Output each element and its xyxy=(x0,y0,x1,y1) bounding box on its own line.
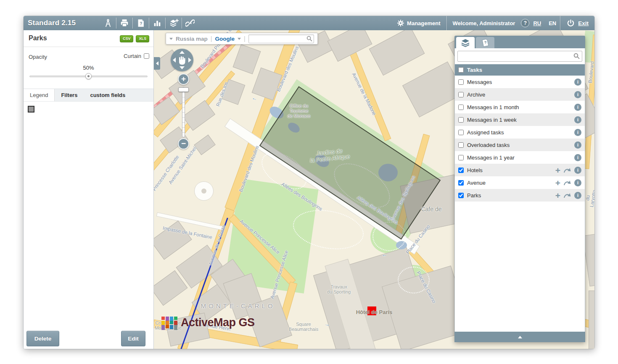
map-shape xyxy=(154,97,180,125)
tab-filters[interactable]: Filters xyxy=(55,89,84,101)
hotel-marker[interactable] xyxy=(367,306,376,315)
info-icon[interactable]: i xyxy=(574,91,581,98)
pan-up-icon[interactable] xyxy=(180,51,185,54)
top-toolbar: Standard 2.15 ? xyxy=(24,16,594,30)
info-icon[interactable]: i xyxy=(574,167,581,174)
task-checkbox[interactable] xyxy=(458,117,464,123)
question-doc-icon: ? xyxy=(481,39,490,47)
lang-ru[interactable]: RU xyxy=(529,20,545,26)
power-icon xyxy=(566,19,575,28)
add-layer-icon[interactable] xyxy=(166,16,182,30)
map-shape xyxy=(154,220,192,260)
opacity-slider-thumb[interactable] xyxy=(85,73,92,79)
task-checkbox[interactable] xyxy=(458,79,464,85)
zoom-out-button[interactable]: − xyxy=(178,138,189,149)
pan-right-icon[interactable] xyxy=(188,58,191,63)
task-label: Parks xyxy=(467,192,552,199)
measure-compass-icon[interactable] xyxy=(100,16,116,30)
edit-button[interactable]: Edit xyxy=(121,331,145,346)
info-icon[interactable]: i xyxy=(574,154,581,161)
activemap-logo: ActiveMap GS xyxy=(161,314,255,331)
map-shape xyxy=(589,291,594,349)
info-icon[interactable]: i xyxy=(574,141,581,149)
map-shape xyxy=(194,135,216,155)
task-label: Messages xyxy=(467,79,571,85)
add-object-icon[interactable]: + xyxy=(555,167,560,174)
map-label: Avenue Saint-Michel xyxy=(168,146,197,185)
pan-left-icon[interactable] xyxy=(173,58,176,63)
right-panel-body: Tasks Messages i Archive i Messages in 1… xyxy=(454,48,585,332)
layers-search-input[interactable] xyxy=(457,51,582,62)
task-label: Messages in 1 week xyxy=(467,117,571,123)
collapse-panel-button[interactable] xyxy=(454,332,585,342)
hand-icon xyxy=(177,55,187,65)
help-button[interactable]: ? xyxy=(521,19,529,27)
export-csv-button[interactable]: CSV xyxy=(120,35,134,42)
task-checkbox[interactable] xyxy=(458,142,464,148)
management-button[interactable]: Management xyxy=(391,20,446,26)
task-checkbox[interactable] xyxy=(458,105,464,110)
panel-empty-area xyxy=(455,202,585,332)
zoom-slider-handle[interactable] xyxy=(178,87,189,92)
task-checkbox[interactable] xyxy=(458,155,464,160)
map-search-input[interactable] xyxy=(248,34,314,43)
tab-custom-fields[interactable]: custom fields xyxy=(84,89,132,101)
add-object-icon[interactable]: + xyxy=(555,179,560,186)
map-label: ← xyxy=(251,94,258,102)
pan-down-icon[interactable] xyxy=(180,66,185,69)
task-row: Hotels + i xyxy=(455,164,585,176)
basemap-dropdown-icon[interactable] xyxy=(169,38,173,40)
svg-text:?: ? xyxy=(140,21,142,26)
toolbar-icons: ? xyxy=(100,16,198,30)
share-link-icon[interactable] xyxy=(182,16,198,30)
map-shape xyxy=(369,30,425,76)
opacity-slider[interactable] xyxy=(29,76,148,77)
info-icon[interactable]: i xyxy=(574,104,581,111)
export-xls-button[interactable]: XLS xyxy=(136,35,149,42)
task-row: Messages i xyxy=(455,76,585,88)
task-row: Assigned tasks i xyxy=(455,126,585,139)
tab-questions[interactable]: ? xyxy=(476,37,494,48)
tab-legend[interactable]: Legend xyxy=(24,89,55,101)
task-checkbox[interactable] xyxy=(458,193,464,198)
tab-layers[interactable] xyxy=(456,37,475,48)
exit-button[interactable]: Exit xyxy=(560,19,594,28)
refresh-layer-icon[interactable] xyxy=(563,180,571,186)
help-book-icon[interactable]: ? xyxy=(133,16,149,30)
refresh-layer-icon[interactable] xyxy=(563,193,571,198)
map-shape xyxy=(233,44,261,74)
info-icon[interactable]: i xyxy=(574,179,581,186)
zoom-in-button[interactable]: + xyxy=(178,73,189,85)
lang-en[interactable]: EN xyxy=(545,20,560,26)
tasks-group-label: Tasks xyxy=(467,67,482,73)
gear-icon xyxy=(397,20,404,26)
refresh-layer-icon[interactable] xyxy=(563,168,571,173)
map-pan-control[interactable] xyxy=(171,49,193,71)
info-icon[interactable]: i xyxy=(574,129,581,136)
collapse-left-panel-button[interactable] xyxy=(154,57,160,70)
info-icon[interactable]: i xyxy=(574,116,581,123)
basemap-selector[interactable]: Russia map xyxy=(176,36,208,42)
info-icon[interactable]: i xyxy=(574,79,581,86)
info-icon[interactable]: i xyxy=(574,192,581,199)
provider-selector[interactable]: Google xyxy=(215,36,235,42)
task-checkbox[interactable] xyxy=(458,168,464,173)
layer-details-panel: Parks CSV XLS Opacity Curtain 50% Legend… xyxy=(24,30,154,349)
tasks-group-checkbox[interactable] xyxy=(458,67,464,73)
provider-dropdown-icon[interactable] xyxy=(238,38,241,40)
task-label: Avenue xyxy=(467,180,552,186)
task-checkbox[interactable] xyxy=(458,92,464,97)
layers-icon xyxy=(461,39,470,47)
print-icon[interactable] xyxy=(116,16,132,30)
map-shape xyxy=(194,181,214,201)
delete-button[interactable]: Delete xyxy=(26,331,59,346)
task-checkbox[interactable] xyxy=(458,130,464,135)
task-checkbox[interactable] xyxy=(458,180,464,186)
logo-text: ActiveMap GS xyxy=(181,316,255,329)
zoom-slider[interactable] xyxy=(182,87,185,137)
task-row: Overloaded tasks i xyxy=(455,139,585,151)
add-object-icon[interactable]: + xyxy=(555,192,560,199)
statistics-icon[interactable] xyxy=(149,16,165,30)
map-label: Square Beaumarchais xyxy=(289,322,318,332)
curtain-checkbox[interactable] xyxy=(144,53,149,59)
